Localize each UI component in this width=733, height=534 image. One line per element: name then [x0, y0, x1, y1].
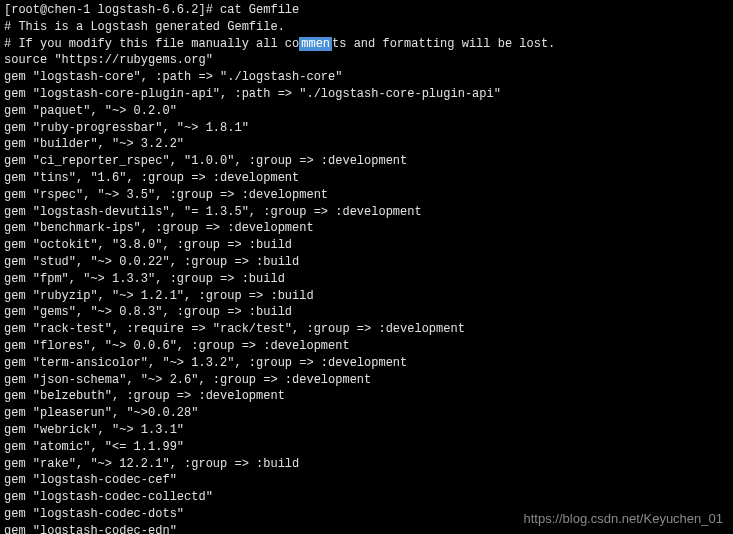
comment-line-2: # If you modify this file manually all c… — [4, 36, 729, 53]
code-line: gem "builder", "~> 3.2.2" — [4, 136, 729, 153]
code-line: source "https://rubygems.org" — [4, 52, 729, 69]
code-line: gem "rspec", "~> 3.5", :group => :develo… — [4, 187, 729, 204]
code-line: gem "ruby-progressbar", "~> 1.8.1" — [4, 120, 729, 137]
code-line: gem "logstash-codec-collectd" — [4, 489, 729, 506]
code-line: gem "benchmark-ips", :group => :developm… — [4, 220, 729, 237]
watermark-text: https://blog.csdn.net/Keyuchen_01 — [524, 510, 723, 528]
code-line: gem "ci_reporter_rspec", "1.0.0", :group… — [4, 153, 729, 170]
code-line: gem "rack-test", :require => "rack/test"… — [4, 321, 729, 338]
code-line: gem "belzebuth", :group => :development — [4, 388, 729, 405]
code-line: gem "rubyzip", "~> 1.2.1", :group => :bu… — [4, 288, 729, 305]
code-line: gem "json-schema", "~> 2.6", :group => :… — [4, 372, 729, 389]
code-line: gem "flores", "~> 0.0.6", :group => :dev… — [4, 338, 729, 355]
comment-line-1: # This is a Logstash generated Gemfile. — [4, 19, 729, 36]
code-line: gem "logstash-core-plugin-api", :path =>… — [4, 86, 729, 103]
code-line: gem "webrick", "~> 1.3.1" — [4, 422, 729, 439]
code-line: gem "pleaserun", "~>0.0.28" — [4, 405, 729, 422]
code-line: gem "logstash-core", :path => "./logstas… — [4, 69, 729, 86]
code-line: gem "atomic", "<= 1.1.99" — [4, 439, 729, 456]
code-line: gem "fpm", "~> 1.3.3", :group => :build — [4, 271, 729, 288]
comment-suffix: ts and formatting will be lost. — [332, 37, 555, 51]
code-line: gem "rake", "~> 12.2.1", :group => :buil… — [4, 456, 729, 473]
code-line: gem "stud", "~> 0.0.22", :group => :buil… — [4, 254, 729, 271]
comment-prefix: # If you modify this file manually all c… — [4, 37, 299, 51]
code-line: gem "tins", "1.6", :group => :developmen… — [4, 170, 729, 187]
code-line: gem "gems", "~> 0.8.3", :group => :build — [4, 304, 729, 321]
code-line: gem "logstash-devutils", "= 1.3.5", :gro… — [4, 204, 729, 221]
code-line: gem "term-ansicolor", "~> 1.3.2", :group… — [4, 355, 729, 372]
code-line: gem "octokit", "3.8.0", :group => :build — [4, 237, 729, 254]
prompt-line: [root@chen-1 logstash-6.6.2]# cat Gemfil… — [4, 2, 729, 19]
code-line: gem "logstash-codec-cef" — [4, 472, 729, 489]
highlight-text: mmen — [299, 37, 332, 51]
code-line: gem "paquet", "~> 0.2.0" — [4, 103, 729, 120]
